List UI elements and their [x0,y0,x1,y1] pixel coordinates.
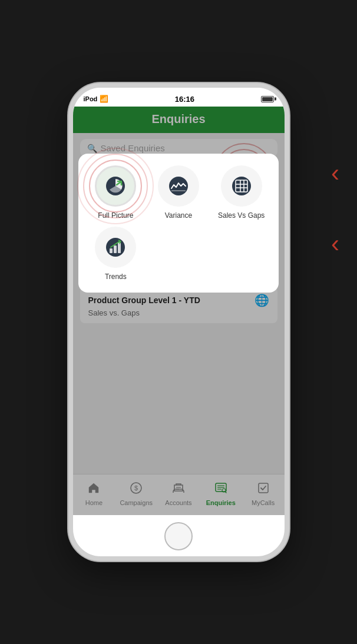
svg-rect-13 [118,243,121,253]
screen: Enquiries 🔍 Saved Enquiries New Enquiry [73,107,285,515]
battery-icon [261,96,274,102]
carrier-info: iPod 📶 [84,95,109,103]
sales-vs-gaps-icon-circle [221,165,262,207]
full-picture-icon-circle [95,165,136,207]
full-picture-svg-icon [105,175,126,197]
svg-rect-12 [114,245,117,253]
chevron-right-top-icon[interactable]: ‹ [331,159,339,187]
svg-point-4 [232,177,251,195]
battery-info [261,96,274,102]
full-picture-label: Full Picture [98,211,133,220]
enquiry-type-popup: Full Picture Variance [78,154,279,293]
status-bar: iPod 📶 16:16 [73,88,285,107]
trends-icon-circle [95,227,136,268]
phone-frame: iPod 📶 16:16 Enquiries 🔍 Saved Enquiries [68,83,289,561]
popup-item-sales-vs-gaps[interactable]: Sales Vs Gaps [213,165,269,220]
sales-vs-gaps-label: Sales Vs Gaps [218,211,265,220]
battery-fill [262,97,273,101]
popup-item-variance[interactable]: Variance [151,165,207,220]
home-button[interactable] [164,522,193,550]
chevron-right-bottom-icon[interactable]: ‹ [331,230,339,258]
svg-rect-11 [110,248,113,253]
variance-label: Variance [165,211,192,220]
modal-overlay: Full Picture Variance [73,107,285,515]
time-display: 16:16 [175,95,194,104]
trends-svg-icon [105,237,126,258]
sales-vs-gaps-svg-icon [231,175,252,197]
popup-item-full-picture[interactable]: Full Picture [88,165,144,220]
variance-svg-icon [168,175,189,197]
wifi-icon: 📶 [100,95,108,103]
popup-item-trends[interactable]: Trends [88,227,144,281]
variance-icon-circle [158,165,199,207]
trends-label: Trends [105,273,127,281]
home-button-area [73,515,285,556]
carrier-label: iPod [84,95,98,102]
